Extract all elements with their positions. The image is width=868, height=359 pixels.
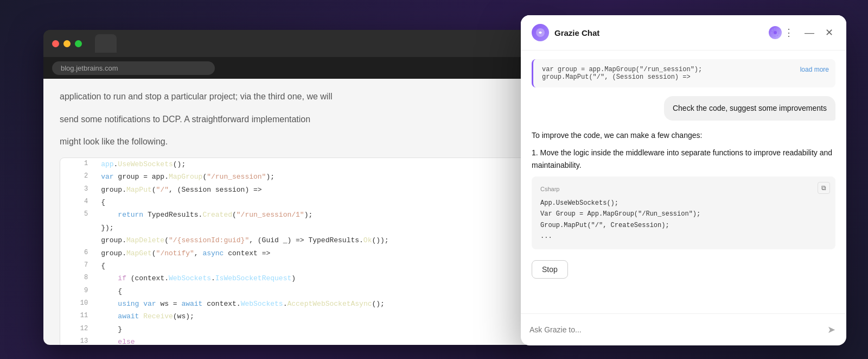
table-row: 3 group.MapPut("/", (Session session) =>: [60, 184, 526, 196]
header-actions: ⋮ — ✕: [782, 26, 835, 40]
ai-code-block: Csharp ⧉ App.UseWebSockets(); Var Group …: [532, 177, 835, 249]
browser-titlebar: [43, 30, 542, 57]
send-button[interactable]: ➤: [825, 322, 838, 338]
code-editor-block: 1 app.UseWebSockets(); 2 var group = app…: [60, 158, 526, 345]
browser-window: blog.jetbrains.com application to run an…: [43, 30, 542, 345]
chat-logo-icon: [532, 24, 549, 41]
table-row: 8 if (context.WebSockets.IsWebSocketRequ…: [60, 272, 526, 285]
more-options-button[interactable]: ⋮: [782, 26, 796, 40]
code-lang-label: Csharp: [540, 184, 827, 194]
browser-addressbar: blog.jetbrains.com: [43, 57, 542, 79]
ai-response-point1: 1. Move the logic inside the middleware …: [532, 147, 835, 171]
copy-code-button[interactable]: ⧉: [818, 182, 830, 194]
chat-panel: Grazie Chat ⋮ — ✕ var group = app.MapGro…: [521, 15, 846, 345]
traffic-light-green[interactable]: [75, 40, 82, 47]
code-snippet-reference: var group = app.MapGroup("/run_session")…: [532, 59, 835, 87]
ai-code-line-3: Group.MapPut("/", CreateSession);: [540, 220, 827, 231]
table-row: 13 else: [60, 336, 526, 345]
traffic-light-red[interactable]: [52, 40, 59, 47]
ai-code-line-2: Var Group = App.MapGroup("/Run_session")…: [540, 209, 827, 219]
page-text-2: send some notifications to DCP. A straig…: [60, 112, 526, 127]
ai-response-intro: To improve the code, we can make a few c…: [532, 129, 835, 141]
chat-input-area: ➤: [521, 313, 846, 345]
page-text-3: might look like the following.: [60, 135, 526, 149]
chat-input-field[interactable]: [529, 325, 820, 334]
page-text-1: application to run and stop a particular…: [60, 90, 526, 104]
stop-button[interactable]: Stop: [532, 260, 568, 279]
ai-code-line-1: App.UseWebSockets();: [540, 198, 827, 209]
table-row: 7 {: [60, 260, 526, 272]
address-bar[interactable]: blog.jetbrains.com: [52, 61, 215, 75]
table-row: 9 {: [60, 285, 526, 298]
traffic-light-yellow[interactable]: [63, 40, 71, 47]
chat-body: var group = app.MapGroup("/run_session")…: [521, 51, 846, 313]
snippet-line2: group.MapPut("/", (Session session) =>: [542, 73, 827, 81]
close-button[interactable]: ✕: [823, 26, 835, 40]
user-message-bubble: Check the code, suggest some improvement…: [664, 96, 835, 121]
table-row: group.MapDelete("/{sessionId:guid}", (Gu…: [60, 234, 526, 247]
ai-response: To improve the code, we can make a few c…: [532, 129, 835, 249]
table-row: 4 {: [60, 196, 526, 209]
chat-title: Grazie Chat: [554, 28, 764, 37]
table-row: 5 return TypedResults.Created("/run_sess…: [60, 209, 526, 221]
table-row: 11 await Receive(ws);: [60, 310, 526, 323]
minimize-button[interactable]: —: [802, 26, 816, 40]
table-row: 10 using var ws = await context.WebSocke…: [60, 298, 526, 310]
ai-code-line-4: ...: [540, 231, 827, 242]
table-row: 12 }: [60, 323, 526, 336]
load-more-link[interactable]: load more: [800, 66, 829, 73]
snippet-line1: var group = app.MapGroup("/run_session")…: [542, 66, 827, 73]
chat-header: Grazie Chat ⋮ — ✕: [521, 15, 846, 51]
table-row: });: [60, 222, 526, 234]
table-row: 1 app.UseWebSockets();: [60, 158, 526, 171]
browser-content: application to run and stop a particular…: [43, 79, 542, 345]
chat-spinner-icon: [769, 26, 782, 39]
table-row: 2 var group = app.MapGroup("/run_session…: [60, 171, 526, 183]
svg-point-2: [774, 31, 777, 34]
table-row: 6 group.MapGet("/notify", async context …: [60, 247, 526, 260]
browser-tab[interactable]: [95, 34, 117, 53]
